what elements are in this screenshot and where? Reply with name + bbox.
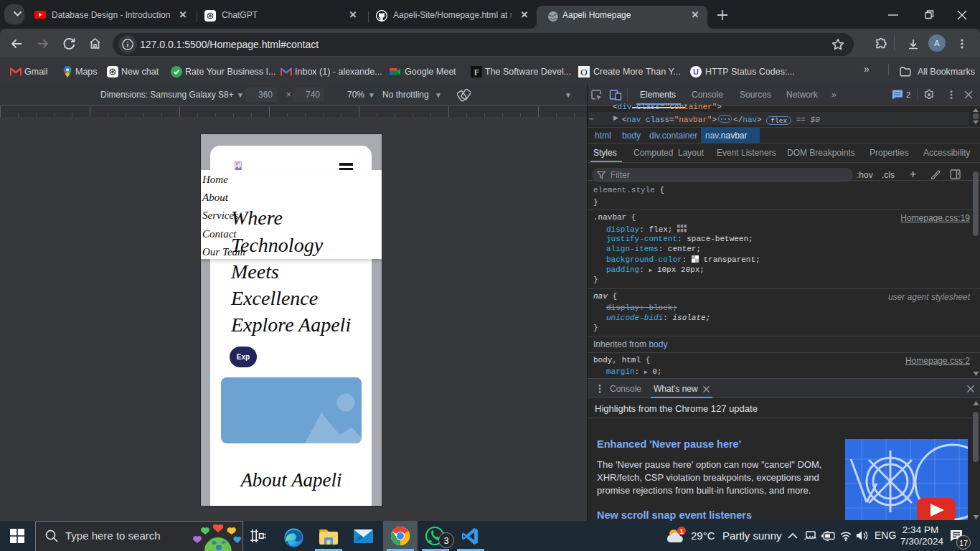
svg-text:1: 1 bbox=[679, 528, 683, 535]
svg-text:U: U bbox=[693, 67, 699, 76]
svg-text:F: F bbox=[474, 67, 479, 77]
svg-text:O: O bbox=[580, 67, 587, 77]
